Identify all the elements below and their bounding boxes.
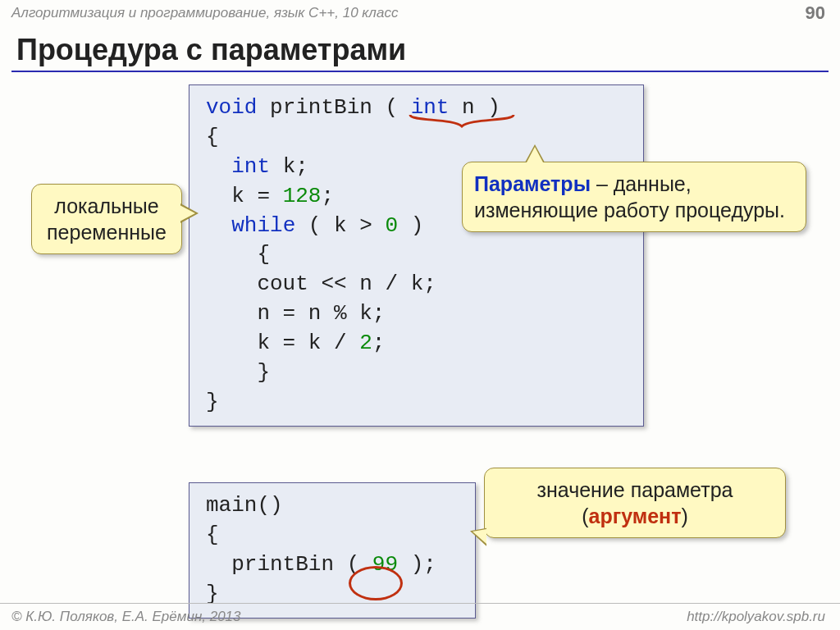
title-underline <box>11 71 829 72</box>
literal-0: 0 <box>385 213 398 238</box>
code-block-procedure: void printBin ( int n ) { int k; k = 128… <box>189 84 644 427</box>
callout-argument: значение параметра (аргумент) <box>484 468 786 538</box>
brace-icon <box>409 113 515 128</box>
header: Алгоритмизация и программирование, язык … <box>0 0 840 23</box>
kw-while: while <box>231 213 295 238</box>
footer-url: http://kpolyakov.spb.ru <box>687 609 825 625</box>
page-title: Процедура с параметрами <box>16 33 406 67</box>
callout-local-vars: локальные переменные <box>31 184 182 254</box>
breadcrumb: Алгоритмизация и программирование, язык … <box>11 5 398 21</box>
callout-parameters: Параметры – данные, изменяющие работу пр… <box>462 162 806 232</box>
callout-tail <box>180 205 195 221</box>
footer: © К.Ю. Поляков, Е.А. Ерёмин, 2013 http:/… <box>0 603 840 625</box>
callout-tail <box>527 147 543 162</box>
kw-void: void <box>206 95 257 120</box>
code-block-main: main() { printBin ( 99 ); } <box>189 482 476 619</box>
literal-99: 99 <box>372 552 398 577</box>
literal-2: 2 <box>359 331 372 355</box>
literal-128: 128 <box>283 184 322 208</box>
page-number: 90 <box>806 2 825 24</box>
copyright: © К.Ю. Поляков, Е.А. Ерёмин, 2013 <box>11 609 241 625</box>
kw-int: int <box>231 154 270 179</box>
